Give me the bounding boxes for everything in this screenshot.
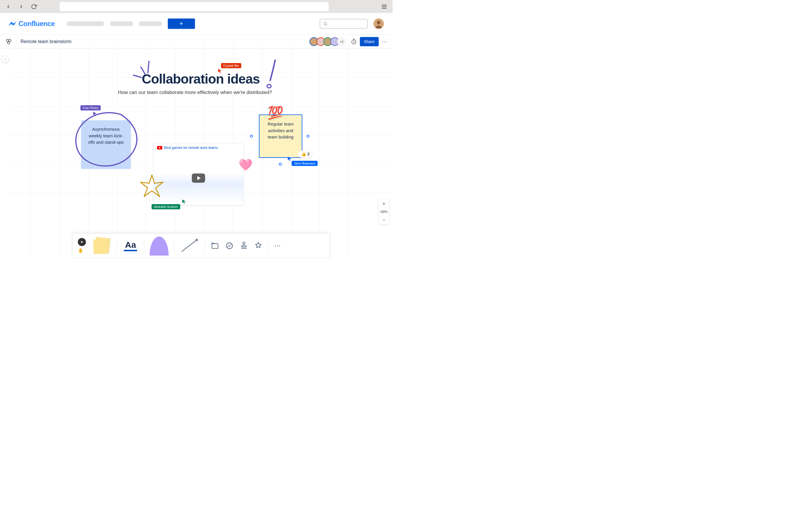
browser-chrome [0,0,392,13]
reaction-count: 3 [307,152,310,156]
svg-point-3 [324,22,327,25]
pointer-tool[interactable] [78,238,86,246]
selection-handle[interactable] [250,135,253,138]
cursor-label-fran: Fran Perez [80,105,101,111]
search-input[interactable] [320,19,368,29]
cursor-pointer-icon [182,199,187,204]
cursor-pointer-icon [217,68,223,73]
exclamation-scribble [265,59,279,90]
hand-tool[interactable]: ✋ [78,248,86,253]
cursor-pointer-icon [287,156,292,161]
svg-line-4 [326,24,327,26]
expand-sidebar-button[interactable]: › [1,55,9,63]
line-tool[interactable] [179,238,199,253]
search-icon [323,21,328,26]
sticky-note-blue[interactable]: Asynchronous weekly team kick-offs and s… [81,120,131,169]
nav-placeholder [67,21,162,26]
cursor-pointer-icon [93,111,98,116]
sticky-note-tool[interactable] [91,237,111,254]
play-icon[interactable] [192,173,205,183]
svg-line-12 [182,240,197,252]
create-button[interactable]: + [168,18,195,29]
nav-item-placeholder[interactable] [67,21,104,26]
video-title: Best games for remote work teams [164,146,218,150]
svg-point-8 [9,39,11,41]
reaction-pill[interactable]: 👍 3 [298,150,313,158]
youtube-icon [157,146,162,149]
whiteboard-canvas[interactable]: Collaboration ideas How can our team col… [9,43,392,258]
video-title-bar: Best games for remote work teams [153,144,243,152]
svg-point-11 [267,84,271,88]
app-name: Confluence [18,20,55,28]
cursor-label-abdullah: Abdullah Ibrahim [151,204,180,209]
canvas-subtitle[interactable]: How can our team collaborate more effect… [118,90,272,95]
reload-icon[interactable] [31,3,37,10]
toolbar-more-icon[interactable]: ⋯ [271,242,284,250]
svg-rect-16 [242,246,246,247]
video-body [153,152,243,204]
cursor-label-jane: Jane Rotanson [292,161,318,166]
back-icon[interactable] [5,3,12,10]
video-embed[interactable]: Best games for remote work teams [153,143,244,205]
link-tool-icon[interactable] [225,242,233,250]
heart-sticker[interactable]: 🩷 [239,159,252,171]
text-tool[interactable]: Aa [124,240,137,251]
section-tool-icon[interactable] [211,242,219,250]
forward-icon[interactable] [18,3,24,10]
canvas-title[interactable]: Collaboration ideas [142,71,260,87]
selection-handle[interactable] [307,135,310,138]
confluence-icon [9,20,16,28]
profile-avatar[interactable] [373,18,384,29]
zoom-level[interactable]: 100% [380,209,388,215]
sparkle-scribble [129,59,155,82]
zoom-controls: + 100% − [378,199,390,225]
svg-point-13 [196,239,198,241]
stamp-tool-icon[interactable] [240,242,248,250]
zoom-in-button[interactable]: + [378,199,389,209]
nav-item-placeholder[interactable] [110,21,133,26]
sticky-note-yellow[interactable]: Regular team activities and team buildin… [259,115,302,158]
svg-point-7 [6,39,9,41]
svg-rect-14 [212,244,218,248]
zoom-out-button[interactable]: − [378,215,389,225]
shape-tool[interactable] [149,236,169,255]
nav-item-placeholder[interactable] [139,21,162,26]
hamburger-icon[interactable] [381,3,387,10]
app-header: Confluence + [0,13,392,35]
confluence-logo[interactable]: Confluence [9,20,55,28]
thumbs-up-icon: 👍 [301,152,306,156]
star-scribble [139,173,165,199]
svg-point-6 [377,21,380,24]
whiteboard-toolbar: ✋ Aa ⋯ [72,233,330,258]
cursor-label-crystal: Crystal Wu [221,63,241,68]
sticker-tool-icon[interactable] [254,242,262,250]
hundred-sticker[interactable]: 💯 [268,105,284,120]
url-bar[interactable] [60,2,329,11]
selection-handle[interactable] [279,163,282,166]
